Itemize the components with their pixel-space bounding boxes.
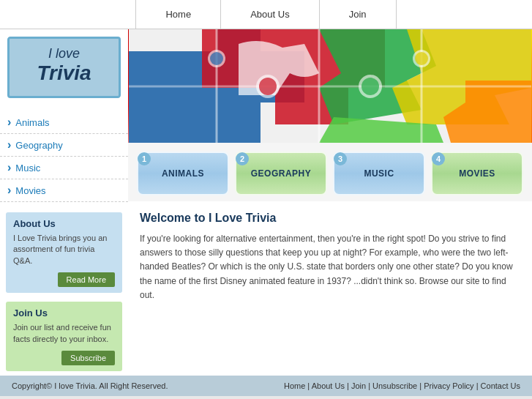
sidebar-link-music[interactable]: Music xyxy=(15,163,40,174)
read-more-button[interactable]: Read More xyxy=(58,272,115,287)
footer-copyright: Copyright© I love Trivia. All Right Rese… xyxy=(12,381,168,390)
sidebar-item-music[interactable]: Music xyxy=(0,157,128,179)
footer: Copyright© I love Trivia. All Right Rese… xyxy=(0,376,532,396)
tile-movies-label: MOVIES xyxy=(459,168,495,179)
sidebar-link-animals[interactable]: Animals xyxy=(15,117,49,128)
footer-links[interactable]: Home | About Us | Join | Unsubscribe | P… xyxy=(284,381,520,390)
tile-animals[interactable]: 1 ANIMALS xyxy=(137,152,229,195)
welcome-section: Welcome to I Love Trivia If you're looki… xyxy=(128,201,532,376)
tile-animals-num: 1 xyxy=(138,152,151,165)
nav-join[interactable]: Join xyxy=(320,0,397,29)
subscribe-button[interactable]: Subscribe xyxy=(61,351,115,365)
about-box-text: I Love Trivia brings you an assortment o… xyxy=(13,233,115,266)
tile-movies-num: 4 xyxy=(432,152,445,165)
join-box-text: Join our list and receive fun facts dire… xyxy=(13,322,115,345)
about-box-title: About Us xyxy=(13,218,115,229)
logo: I love Trivia xyxy=(7,37,121,98)
welcome-body: If you're looking for alternative entert… xyxy=(140,232,520,302)
nav-about[interactable]: About Us xyxy=(221,0,319,29)
tile-geography-num: 2 xyxy=(236,152,249,165)
sidebar-link-movies[interactable]: Movies xyxy=(15,185,45,196)
tile-music-num: 3 xyxy=(334,152,347,165)
join-box-title: Join Us xyxy=(13,307,115,318)
tile-music[interactable]: 3 MUSIC xyxy=(333,152,425,195)
top-nav: Home About Us Join xyxy=(0,0,532,29)
logo-ilove: I love xyxy=(20,46,108,61)
sidebar-item-movies[interactable]: Movies xyxy=(0,179,128,202)
about-box: About Us I Love Trivia brings you an ass… xyxy=(6,212,122,293)
sidebar-item-animals[interactable]: Animals xyxy=(0,111,128,134)
welcome-heading: Welcome to I Love Trivia xyxy=(140,212,520,225)
tile-geography-label: GEOGRAPHY xyxy=(251,168,312,179)
sidebar-item-geography[interactable]: Geography xyxy=(0,134,128,157)
sidebar: I love Trivia Animals Geography Music Mo… xyxy=(0,29,128,376)
sidebar-nav: Animals Geography Music Movies xyxy=(0,105,128,208)
category-tiles: 1 ANIMALS 2 GEOGRAPHY 3 MUSIC 4 MOVIES xyxy=(128,143,532,201)
tile-music-label: MUSIC xyxy=(364,168,394,179)
main-content: 1 ANIMALS 2 GEOGRAPHY 3 MUSIC 4 MOVIES W… xyxy=(128,29,532,376)
tile-animals-label: ANIMALS xyxy=(162,168,204,179)
main-wrapper: I love Trivia Animals Geography Music Mo… xyxy=(0,29,532,376)
logo-trivia: Trivia xyxy=(20,61,108,85)
tile-geography[interactable]: 2 GEOGRAPHY xyxy=(235,152,327,195)
tile-movies[interactable]: 4 MOVIES xyxy=(431,152,523,195)
svg-point-6 xyxy=(210,52,223,65)
join-box: Join Us Join our list and receive fun fa… xyxy=(6,302,122,371)
sidebar-link-geography[interactable]: Geography xyxy=(15,140,62,151)
hero-image xyxy=(128,29,532,143)
svg-point-8 xyxy=(415,52,428,65)
nav-home[interactable]: Home xyxy=(135,0,221,29)
svg-point-3 xyxy=(259,78,277,95)
svg-point-4 xyxy=(361,78,379,95)
